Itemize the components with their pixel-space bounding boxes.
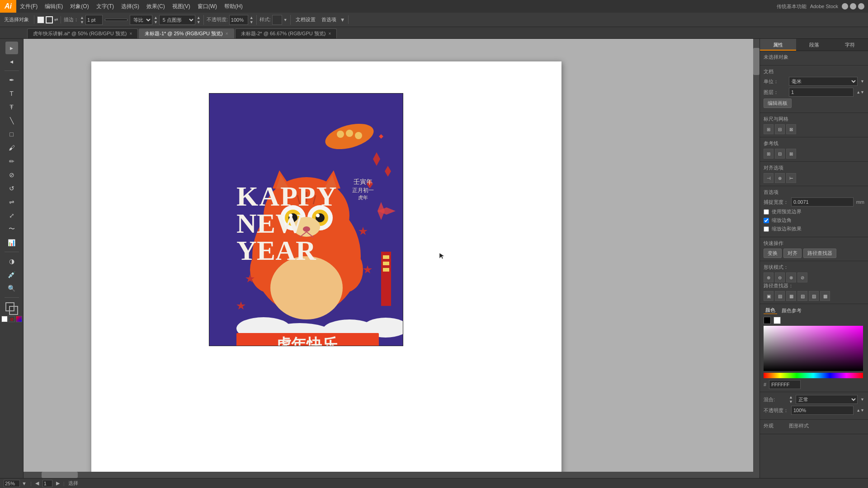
ruler-icon-2[interactable]: ⊟ [775,124,785,134]
right-panel-scroll[interactable]: 未选择对象 文档 单位： 毫米 ▼ 图层： ▲▼ 编辑画板 [760,51,868,488]
snap-width-input[interactable] [791,197,854,206]
maximize-button[interactable]: □ [850,3,856,9]
color-hex-input[interactable] [769,380,801,389]
ref-icon-2[interactable]: ⊟ [775,149,785,159]
scale-tool[interactable]: ⤢ [5,209,18,222]
stroke-box[interactable] [9,306,18,315]
line-tool[interactable]: ╲ [5,114,18,127]
color-ref-tab[interactable]: 颜色参考 [780,307,803,314]
rect-tool[interactable]: □ [5,128,18,141]
panel-tab-character[interactable]: 字符 [832,39,868,51]
ref-icon-1[interactable]: ⊞ [764,149,774,159]
doc-tab-1[interactable]: 未标题-1* @ 25% (RGB/GPU 预览) × [139,28,234,38]
ruler-icon-1[interactable]: ⊞ [764,124,774,134]
rotate-tool[interactable]: ↺ [5,182,18,195]
tab-close-0[interactable]: × [129,31,132,36]
zoom-input[interactable] [4,480,20,487]
prev-page-btn[interactable]: ◀ [35,480,39,486]
transform-tab-btn[interactable]: 变换 [764,249,782,258]
opacity-input[interactable]: 100% [229,15,248,25]
next-page-btn[interactable]: ▶ [56,480,60,486]
scale-corners-checkbox[interactable] [764,218,769,223]
menu-help[interactable]: 帮助(H) [221,0,246,13]
scrollbar-thumb-v[interactable] [753,48,760,75]
black-color-swatch[interactable] [764,317,771,324]
gradient-tool[interactable]: ◑ [5,255,18,267]
gradient-swatch[interactable] [16,316,22,322]
pencil-tool[interactable]: ✏ [5,155,18,168]
stroke-type-select[interactable]: 等比 [130,15,152,25]
none-swatch[interactable]: ⊘ [9,316,15,322]
ruler-icon-3[interactable]: ⊠ [786,124,796,134]
zoom-tool[interactable]: 🔍 [5,282,18,295]
direct-select-tool[interactable]: ◂ [5,55,18,68]
doc-settings-button[interactable]: 文档设置 [293,15,318,24]
menu-view[interactable]: 视图(V) [169,0,194,13]
path-icon-5[interactable]: ▨ [809,291,819,301]
horizontal-scrollbar[interactable] [24,472,753,478]
path-icon-3[interactable]: ▦ [786,291,796,301]
menu-type[interactable]: 文字(T) [93,0,118,13]
ref-icon-3[interactable]: ⊠ [786,149,796,159]
white-swatch[interactable] [1,316,8,322]
menu-object[interactable]: 对象(O) [66,0,92,13]
warp-tool[interactable]: 〜 [5,223,18,235]
scale-effects-checkbox[interactable] [764,226,769,232]
color-picker-area[interactable] [764,326,863,371]
shape-mode-4[interactable]: ⊘ [797,272,807,282]
graph-tool[interactable]: 📊 [5,236,18,249]
edit-canvas-button[interactable]: 编辑画板 [764,99,792,108]
use-preview-checkbox[interactable] [764,209,769,215]
close-button[interactable]: × [858,3,864,9]
first-item-button[interactable]: 首选项 [319,15,339,24]
menu-window[interactable]: 窗口(W) [194,0,221,13]
stroke-swatch[interactable] [46,16,53,23]
paintbrush-tool[interactable]: 🖌 [5,141,18,154]
menu-edit[interactable]: 编辑(E) [41,0,66,13]
shape-mode-1[interactable]: ⊕ [764,272,774,282]
align-center-icon[interactable]: ⊕ [775,173,785,183]
tab-close-1[interactable]: × [226,31,228,36]
page-input[interactable] [42,480,52,487]
minimize-button[interactable]: − [842,3,848,9]
path-icon-4[interactable]: ▧ [797,291,807,301]
doc-tab-0[interactable]: 虎年快乐讲解.ai* @ 50% (RGB/GPU 预览) × [27,28,138,38]
panel-tab-paragraph[interactable]: 段落 [796,39,832,51]
doc-tab-2[interactable]: 未标题-2* @ 66.67% (RGB/GPU 预览) × [235,28,337,38]
mirror-tool[interactable]: ⇌ [5,196,18,208]
eyedropper-tool[interactable]: 💉 [5,268,18,281]
point-shape-select[interactable]: 5 点图形 [159,15,195,25]
align-right-icon[interactable]: ⊢ [786,173,796,183]
fill-swatch[interactable] [37,16,44,23]
blend-mode-select[interactable]: 正常 [796,395,858,404]
stroke-weight-input[interactable] [85,15,103,25]
tab-close-2[interactable]: × [328,31,331,36]
shape-mode-2[interactable]: ⊖ [775,272,785,282]
align-left-icon[interactable]: ⊣ [764,173,774,183]
panel-tab-attributes[interactable]: 属性 [760,39,796,51]
menu-file[interactable]: 文件(F) [16,0,41,13]
align-tab-btn[interactable]: 对齐 [783,249,802,258]
style-preview[interactable] [272,15,282,25]
canvas-area[interactable]: KAPPY NEW YEAR 壬寅年 正月初一 虎年 [24,39,760,488]
white-color-swatch[interactable] [774,317,781,324]
color-tab[interactable]: 颜色 [764,307,777,314]
menu-effect[interactable]: 效果(C) [143,0,169,13]
shape-mode-3[interactable]: ⊗ [786,272,796,282]
color-hue-bar[interactable] [764,373,863,378]
type-tool[interactable]: T [5,87,18,100]
path-icon-1[interactable]: ▣ [764,291,774,301]
scrollbar-thumb-h[interactable] [42,472,78,478]
pen-tool[interactable]: ✒ [5,74,18,86]
path-icon-6[interactable]: ▩ [820,291,830,301]
select-tool[interactable]: ▸ [5,42,18,54]
unit-select[interactable]: 毫米 [789,77,858,86]
vertical-scrollbar[interactable] [753,39,760,478]
pathfinder-tab-btn[interactable]: 路径查找器 [803,249,836,258]
eraser-tool[interactable]: ⊘ [5,169,18,181]
path-icon-2[interactable]: ▤ [775,291,785,301]
touch-type-tool[interactable]: Ŧ [5,101,18,113]
menu-select[interactable]: 选择(S) [118,0,143,13]
layer-input[interactable] [789,88,854,97]
opacity-panel-input[interactable] [791,406,854,415]
